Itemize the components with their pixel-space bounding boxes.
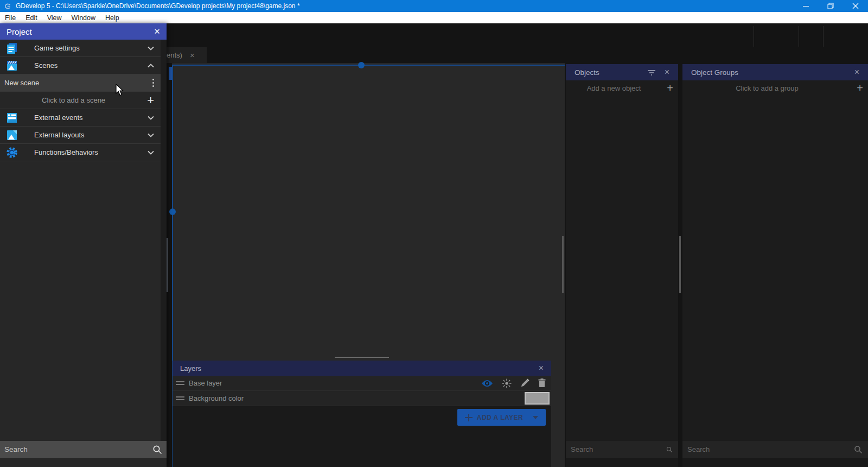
- objects-panel-title: Objects: [575, 68, 599, 77]
- object-groups-panel-title: Object Groups: [691, 68, 738, 77]
- project-item-game-settings[interactable]: Game settings: [0, 40, 161, 57]
- project-search-input[interactable]: [0, 445, 152, 453]
- plus-icon: [465, 414, 473, 421]
- scene-item-new-scene[interactable]: New scene: [0, 74, 161, 92]
- object-groups-close-icon[interactable]: ×: [854, 67, 859, 77]
- layers-close-icon[interactable]: ×: [539, 363, 544, 373]
- menu-view[interactable]: View: [42, 12, 67, 23]
- scene-options-menu-icon[interactable]: [152, 79, 154, 87]
- add-scene-row[interactable]: Click to add a scene +: [0, 92, 161, 109]
- toolbar-separator: [754, 26, 754, 47]
- search-icon: [152, 445, 162, 455]
- gdevelop-logo-icon: [4, 3, 11, 10]
- layer-name: Background color: [189, 394, 244, 402]
- scene-events-tab[interactable]: ents) ×: [167, 47, 207, 63]
- scrollbar-thumb[interactable]: [169, 67, 172, 80]
- drawer-scroll-track[interactable]: [161, 40, 167, 441]
- selection-border-top: [172, 65, 565, 66]
- selection-handle-left[interactable]: [169, 209, 176, 215]
- chevron-down-icon[interactable]: [533, 416, 538, 419]
- add-scene-plus-icon[interactable]: +: [147, 93, 154, 108]
- object-groups-search-input[interactable]: [682, 445, 854, 453]
- project-manager-panel: Project × Game settings: [0, 23, 167, 467]
- layer-row-base[interactable]: Base layer: [173, 376, 551, 391]
- add-object-row[interactable]: Add a new object +: [566, 80, 678, 96]
- effects-icon[interactable]: [502, 378, 512, 388]
- layers-panel: Layers × Base layer: [173, 361, 551, 467]
- gdevelop-window: GDevelop 5 - C:\Users\Sparkle\OneDrive\D…: [0, 0, 868, 467]
- chevron-down-icon[interactable]: [148, 150, 154, 155]
- menu-window[interactable]: Window: [67, 12, 100, 23]
- project-search-bar: [0, 441, 167, 458]
- mouse-cursor: [116, 84, 126, 96]
- layers-panel-header: Layers ×: [173, 361, 551, 376]
- menu-help[interactable]: Help: [100, 12, 124, 23]
- scenes-icon: [5, 59, 18, 72]
- add-object-plus-icon[interactable]: +: [662, 82, 678, 94]
- search-icon: [666, 445, 673, 454]
- external-layouts-icon: [5, 129, 18, 142]
- delete-trash-icon[interactable]: [538, 378, 546, 388]
- external-events-icon: [5, 111, 18, 124]
- project-item-external-events[interactable]: External events: [0, 109, 161, 127]
- toolbar-separator: [799, 26, 799, 47]
- minimize-button[interactable]: [793, 0, 818, 12]
- restore-button[interactable]: [818, 0, 843, 12]
- edit-pencil-icon[interactable]: [520, 378, 529, 388]
- drag-handle-icon[interactable]: [176, 395, 184, 402]
- item-label: External layouts: [34, 131, 85, 139]
- project-close-icon[interactable]: ×: [154, 26, 160, 37]
- project-panel-title: Project: [7, 27, 32, 36]
- main-content: ents) × Objects ×: [0, 23, 868, 467]
- toolbar-separator: [823, 26, 824, 47]
- game-settings-icon: [5, 42, 18, 55]
- functions-behaviors-icon: [5, 146, 18, 159]
- background-color-swatch[interactable]: [525, 392, 550, 405]
- add-group-row[interactable]: Click to add a group +: [682, 80, 868, 96]
- tab-close-icon[interactable]: ×: [190, 51, 195, 60]
- window-title: GDevelop 5 - C:\Users\Sparkle\OneDrive\D…: [16, 2, 300, 10]
- drag-handle-icon[interactable]: [176, 380, 184, 387]
- item-label: Scenes: [34, 61, 58, 70]
- objects-panel-header: Objects ×: [566, 64, 678, 80]
- layer-row-background-color[interactable]: Background color: [173, 391, 551, 406]
- object-groups-panel: Object Groups × Click to add a group +: [682, 64, 868, 467]
- item-label: Functions/Behaviors: [34, 148, 98, 156]
- project-item-scenes[interactable]: Scenes: [0, 57, 161, 74]
- objects-search-input[interactable]: [566, 445, 666, 453]
- add-group-plus-icon[interactable]: +: [852, 82, 868, 94]
- tab-label: ents): [167, 51, 182, 59]
- selection-handle-top[interactable]: [358, 62, 365, 68]
- objects-close-icon[interactable]: ×: [665, 67, 669, 77]
- menu-edit[interactable]: Edit: [21, 12, 42, 23]
- add-object-label: Add a new object: [566, 84, 662, 92]
- object-groups-panel-header: Object Groups ×: [682, 64, 868, 80]
- project-panel-header: Project ×: [0, 23, 167, 40]
- menu-file[interactable]: File: [0, 12, 21, 23]
- scene-name: New scene: [4, 79, 39, 87]
- layer-name: Base layer: [189, 379, 222, 387]
- filter-icon[interactable]: [647, 68, 656, 76]
- resize-handle-groups[interactable]: [679, 236, 681, 293]
- objects-panel: Objects × Add a new object +: [566, 64, 678, 467]
- chevron-up-icon[interactable]: [148, 64, 154, 68]
- chevron-down-icon[interactable]: [148, 133, 154, 137]
- menu-bar: File Edit View Window Help: [0, 12, 868, 23]
- search-icon: [854, 445, 863, 454]
- add-scene-label: Click to add a scene: [0, 96, 147, 104]
- resize-handle-layers[interactable]: [335, 357, 389, 358]
- add-layer-label: ADD A LAYER: [477, 414, 524, 421]
- add-layer-button[interactable]: ADD A LAYER: [457, 409, 546, 426]
- chevron-down-icon[interactable]: [148, 46, 154, 51]
- chevron-down-icon[interactable]: [148, 116, 154, 120]
- item-label: External events: [34, 113, 83, 122]
- project-item-external-layouts[interactable]: External layouts: [0, 127, 161, 144]
- project-item-functions-behaviors[interactable]: Functions/Behaviors: [0, 144, 161, 161]
- layers-panel-title: Layers: [180, 364, 201, 373]
- resize-handle-objects[interactable]: [562, 236, 564, 293]
- close-button[interactable]: [843, 0, 868, 12]
- objects-search-bar: [566, 441, 678, 458]
- visibility-eye-icon[interactable]: [481, 379, 493, 388]
- title-bar: GDevelop 5 - C:\Users\Sparkle\OneDrive\D…: [0, 0, 868, 12]
- object-groups-search-bar: [682, 441, 868, 458]
